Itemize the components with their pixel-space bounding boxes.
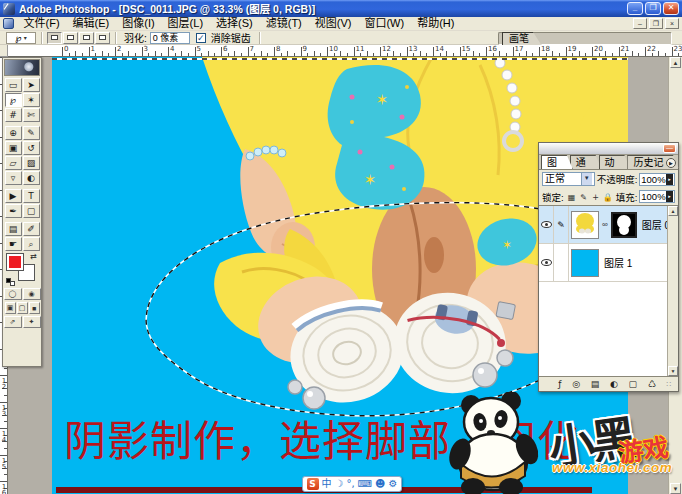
layer-style-button[interactable]: ƒ <box>558 378 561 390</box>
palette-title-bar[interactable]: — <box>539 143 678 155</box>
layer-name[interactable]: 图层 0 <box>642 217 670 232</box>
tab-brushes[interactable]: 画笔 <box>502 32 542 46</box>
maximize-button[interactable]: ❐ <box>645 2 661 15</box>
swap-colors-icon[interactable]: ⇄ <box>30 253 37 261</box>
palette-close-button[interactable]: — <box>663 144 676 153</box>
close-button[interactable]: ✕ <box>663 2 679 15</box>
sogou-logo-icon[interactable]: S <box>307 478 319 490</box>
visibility-toggle[interactable] <box>539 206 554 244</box>
slice-tool[interactable]: ✄ <box>23 108 40 122</box>
standard-screen-button[interactable]: ▣ <box>5 302 16 314</box>
empty-indicator <box>554 244 569 282</box>
fullscreen-menubar-button[interactable]: ▢ <box>17 302 28 314</box>
palette-menu-icon[interactable]: ▶ <box>666 158 676 168</box>
intersect-with-selection-button[interactable] <box>95 32 110 44</box>
lock-transparency-icon[interactable]: ▦ <box>566 191 578 203</box>
layer-thumbnail[interactable] <box>571 211 599 239</box>
layer-mask-thumbnail[interactable] <box>611 212 637 238</box>
move-tool[interactable]: ➤ <box>23 78 40 92</box>
hand-tool[interactable]: ☛ <box>5 237 22 251</box>
clone-stamp-tool[interactable]: ▣ <box>5 141 22 155</box>
eyedropper-tool[interactable]: ✐ <box>23 222 40 236</box>
settings-wrench-icon[interactable]: ⚙ <box>389 477 398 491</box>
layer-thumbnail[interactable] <box>571 249 599 277</box>
shape-tool[interactable]: ▢ <box>23 204 40 218</box>
healing-brush-tool[interactable]: ⊕ <box>5 126 22 140</box>
soft-keyboard-icon[interactable]: ⌨ <box>358 477 372 491</box>
zoom-tool[interactable]: ⌕ <box>23 237 40 251</box>
foreground-color-swatch[interactable] <box>7 254 23 270</box>
lasso-tool[interactable]: ℘ <box>5 93 22 107</box>
user-icon[interactable]: ☻ <box>375 477 385 491</box>
menu-layer[interactable]: 图层(L) <box>161 17 209 30</box>
rectangular-marquee-tool[interactable]: ▭ <box>5 78 22 92</box>
gradient-tool[interactable]: ▨ <box>23 156 40 170</box>
path-selection-tool[interactable]: ▶ <box>5 189 22 203</box>
scroll-up-icon[interactable]: ▲ <box>668 206 678 216</box>
scroll-down-icon[interactable]: ▼ <box>670 483 681 494</box>
jump-to-imageready-button[interactable]: ⇗ <box>4 316 22 328</box>
slider-arrow-icon[interactable]: ▸ <box>666 174 673 185</box>
lock-position-icon[interactable]: + <box>590 191 602 203</box>
doc-restore-button[interactable]: ❐ <box>649 18 663 29</box>
pen-tool[interactable]: ✒ <box>5 204 22 218</box>
halfwidth-moon-icon[interactable]: ☽ <box>335 477 344 491</box>
default-colors-icon[interactable] <box>6 278 15 286</box>
tab-actions[interactable]: 动作 <box>599 155 631 169</box>
menu-file[interactable]: 文件(F) <box>17 17 66 30</box>
lock-all-icon[interactable]: 🔒 <box>602 191 614 203</box>
antialias-checkbox[interactable]: ✓ <box>196 33 206 43</box>
menu-filter[interactable]: 滤镜(T) <box>259 17 308 30</box>
new-group-button[interactable]: ▤ <box>591 378 600 390</box>
menu-image[interactable]: 图像(I) <box>116 17 161 30</box>
subtract-from-selection-button[interactable] <box>79 32 94 44</box>
visibility-toggle[interactable] <box>539 244 554 282</box>
crop-tool[interactable]: # <box>5 108 22 122</box>
layer-row-0[interactable]: ✎ ∞ 图层 0 <box>539 206 678 244</box>
minimize-button[interactable]: _ <box>627 2 643 15</box>
scroll-up-icon[interactable]: ▲ <box>670 57 681 68</box>
doc-minimize-button[interactable]: – <box>633 18 647 29</box>
chinese-mode-icon[interactable]: 中 <box>322 477 332 491</box>
blur-tool[interactable]: ▿ <box>5 171 22 185</box>
notes-tool[interactable]: ▤ <box>5 222 22 236</box>
resize-grip-icon[interactable]: ∷ <box>666 380 670 389</box>
dodge-tool[interactable]: ◐ <box>23 171 40 185</box>
delete-layer-button[interactable]: ♺ <box>648 378 656 390</box>
new-selection-button[interactable] <box>47 32 62 44</box>
layer-row-1[interactable]: 图层 1 <box>539 244 678 282</box>
tab-layers[interactable]: 图层 <box>541 155 573 169</box>
add-layer-mask-button[interactable]: ◎ <box>572 378 580 390</box>
menu-window[interactable]: 窗口(W) <box>358 17 411 30</box>
fill-input[interactable]: 100% ▸ <box>639 190 675 203</box>
menu-select[interactable]: 选择(S) <box>210 17 260 30</box>
history-brush-tool[interactable]: ↺ <box>23 141 40 155</box>
new-adjustment-layer-button[interactable]: ◐ <box>610 378 618 390</box>
new-layer-button[interactable]: ▢ <box>629 378 638 390</box>
window-title: Adobe Photoshop - [DSC_0011.JPG @ 33.3% … <box>19 1 625 16</box>
lasso-tool-preset[interactable]: ℘ ▾ <box>6 32 36 44</box>
doc-close-button[interactable]: × <box>665 18 679 29</box>
toolbox: ▭➤℘✶#✄⊕✎▣↺▱▨▿◐▶T✒▢▤✐☛⌕ ⇄ ◯ ◉ ▣ ▢ ■ ⇗ ✦ <box>2 57 42 367</box>
menu-view[interactable]: 视图(V) <box>308 17 358 30</box>
add-to-selection-button[interactable] <box>63 32 78 44</box>
opacity-input[interactable]: 100% ▸ <box>639 173 675 186</box>
blend-mode-select[interactable]: 正常 ▼ <box>542 172 595 186</box>
feather-input[interactable]: 0 像素 <box>150 32 190 44</box>
tab-channels[interactable]: 通道 <box>570 155 602 169</box>
fullscreen-button[interactable]: ■ <box>29 302 40 314</box>
layer-list-scrollbar[interactable]: ▲ ▼ <box>667 206 678 376</box>
scroll-down-icon[interactable]: ▼ <box>668 366 678 376</box>
punctuation-icon[interactable]: °, <box>346 477 354 491</box>
menu-edit[interactable]: 编辑(E) <box>66 17 116 30</box>
layer-name[interactable]: 图层 1 <box>604 255 632 270</box>
lock-paint-icon[interactable]: ✎ <box>578 191 590 203</box>
menu-help[interactable]: 帮助(H) <box>411 17 461 30</box>
standard-mode-button[interactable]: ◯ <box>4 288 22 300</box>
type-tool[interactable]: T <box>23 189 40 203</box>
quick-mask-mode-button[interactable]: ◉ <box>23 288 41 300</box>
slider-arrow-icon[interactable]: ▸ <box>666 191 673 202</box>
brush-tool[interactable]: ✎ <box>23 126 40 140</box>
eraser-tool[interactable]: ▱ <box>5 156 22 170</box>
magic-wand-tool[interactable]: ✶ <box>23 93 40 107</box>
